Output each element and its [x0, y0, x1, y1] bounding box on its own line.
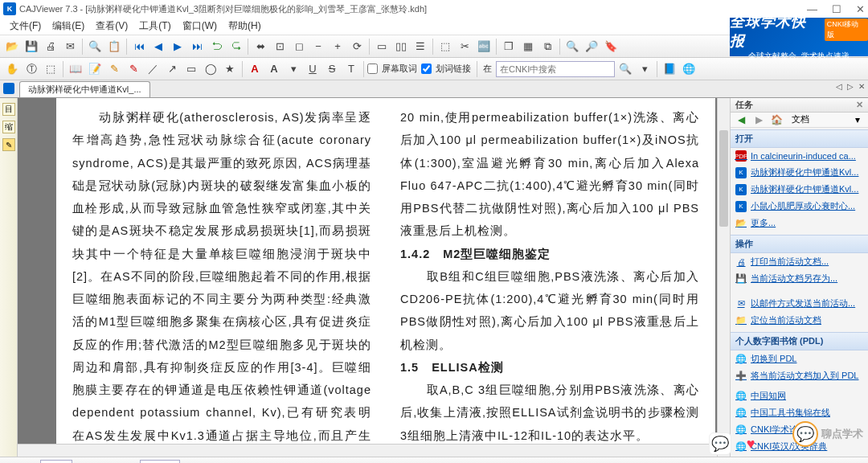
translate-icon[interactable]: 🌐	[680, 60, 698, 78]
highlight-icon[interactable]: ✎	[105, 60, 123, 78]
fit-page-icon[interactable]: ⊡	[271, 38, 289, 55]
op-locate[interactable]: 📁定位当前活动文档	[731, 312, 868, 329]
nav-prev-button[interactable]: ◀	[23, 460, 37, 464]
hand-tool-icon[interactable]: ✋	[3, 60, 21, 78]
line-tool-icon[interactable]: ／	[144, 60, 162, 78]
fit-width-icon[interactable]: ⬌	[252, 38, 269, 55]
tab-prev-icon[interactable]: ◁	[836, 82, 842, 91]
note-icon[interactable]: 📝	[86, 60, 104, 78]
recent-file-3[interactable]: K小鼠心肌肥厚或心衰时心...	[731, 198, 868, 215]
rect-tool-icon[interactable]: ▭	[182, 60, 200, 78]
menu-window[interactable]: 窗口(W)	[178, 18, 222, 35]
recent-file-2[interactable]: K动脉粥样硬化中钾通道Kvl...	[731, 181, 868, 198]
layout3-icon[interactable]: ☰	[411, 38, 429, 55]
open-icon[interactable]: 📂	[3, 38, 21, 55]
recent-file-1[interactable]: K动脉粥样硬化中钾通道Kvl...	[731, 164, 868, 181]
color-icon[interactable]: ▾	[285, 60, 302, 78]
tab-next-icon[interactable]: ▷	[847, 82, 854, 91]
nav-next-icon[interactable]: ▶	[169, 38, 186, 55]
search-input[interactable]	[496, 61, 615, 77]
layout1-icon[interactable]: ▭	[373, 38, 391, 55]
zoom-out-icon[interactable]: −	[309, 38, 327, 55]
word-link-checkbox[interactable]	[421, 64, 432, 74]
actual-size-icon[interactable]: ◻	[290, 38, 308, 55]
zoomtool-in-icon[interactable]: 🔍	[563, 38, 581, 55]
back-icon[interactable]: ⮌	[207, 38, 225, 55]
menu-help[interactable]: 帮助(H)	[223, 18, 266, 35]
zoom-dropdown-icon[interactable]: ▾	[183, 460, 198, 464]
op-mail[interactable]: ✉以邮件方式发送当前活动...	[731, 295, 868, 312]
underline-icon[interactable]: U	[304, 60, 321, 78]
menu-tools[interactable]: 工具(T)	[134, 18, 175, 35]
print-icon[interactable]: 🖨	[42, 38, 59, 55]
font-icon[interactable]: A	[246, 60, 264, 78]
mail-icon[interactable]: ✉	[61, 38, 79, 55]
search-icon[interactable]: 🔍	[86, 38, 104, 55]
bookmark-icon[interactable]: 🔖	[602, 38, 620, 55]
window-cascade-icon[interactable]: ⧉	[538, 38, 556, 55]
link-tools[interactable]: 🌐中国工具书集锦在线	[731, 404, 868, 421]
stamp-icon[interactable]: ★	[221, 60, 239, 78]
tab-close-icon[interactable]: ✕	[858, 82, 865, 91]
book-icon[interactable]: 📖	[67, 60, 84, 78]
page-number-input[interactable]	[40, 460, 72, 464]
menu-view[interactable]: 查看(V)	[91, 18, 133, 35]
area-select-icon[interactable]: ⬚	[42, 60, 59, 78]
dict-icon[interactable]: 📘	[661, 60, 678, 78]
forward-icon[interactable]: ⮎	[227, 38, 244, 55]
float-like-icon[interactable]: ♥	[739, 432, 762, 455]
menu-file[interactable]: 文件(F)	[5, 18, 46, 35]
save-icon[interactable]: 💾	[23, 38, 40, 55]
screen-pick-checkbox[interactable]	[367, 64, 378, 74]
pdl-switch[interactable]: 🌐切换到 PDL	[731, 350, 868, 367]
ad-banner[interactable]: 全球学术快报CNKI移动版 全球文献整合, 学术热点速递	[730, 18, 868, 56]
layout2-icon[interactable]: ▯▯	[392, 38, 410, 55]
task-back-icon[interactable]: ◀	[734, 113, 748, 127]
text-tool-icon[interactable]: T	[342, 60, 360, 78]
op-print[interactable]: 🖨打印当前活动文档...	[731, 253, 868, 270]
float-chat-icon[interactable]: 💬	[709, 432, 731, 455]
search-go-icon[interactable]: 🔍	[616, 60, 634, 78]
nav-last-icon[interactable]: ⏭	[188, 38, 206, 55]
arrow-tool-icon[interactable]: ↗	[163, 60, 181, 78]
zoom-input[interactable]	[140, 460, 180, 464]
recent-file-0[interactable]: PDFIn calcineurin-induced ca...	[731, 148, 868, 164]
nav-last-button[interactable]: ⏭	[93, 460, 108, 464]
task-close-icon[interactable]: ✕	[856, 100, 863, 110]
window-new-icon[interactable]: ❐	[500, 38, 518, 55]
copy-icon[interactable]: 📋	[105, 38, 123, 55]
recent-more[interactable]: 📂更多...	[731, 215, 868, 232]
nav-first-icon[interactable]: ⏮	[130, 38, 148, 55]
pdl-add[interactable]: ➕将当前活动文档加入到 PDL	[731, 367, 868, 384]
zoom-out-button[interactable]: −	[122, 460, 137, 464]
task-fwd-icon[interactable]: ▶	[751, 113, 766, 127]
window-tile-icon[interactable]: ▦	[519, 38, 537, 55]
text-select-icon[interactable]: Ⓣ	[23, 60, 40, 78]
task-dropdown-icon[interactable]: ▾	[850, 113, 865, 127]
sidebar-outline-icon[interactable]: 目	[2, 103, 15, 116]
circle-tool-icon[interactable]: ◯	[202, 60, 219, 78]
task-home-icon[interactable]: 🏠	[769, 113, 784, 127]
link-cnki[interactable]: 🌐中国知网	[731, 387, 868, 404]
nav-next-button[interactable]: ▶	[76, 460, 90, 464]
ocr-icon[interactable]: 🔤	[475, 38, 493, 55]
vertical-scrollbar[interactable]	[717, 98, 730, 457]
select-tool-icon[interactable]: ⬚	[436, 38, 454, 55]
document-viewport[interactable]: 动脉粥样硬化(atherosclerosis, AS)发病率呈逐年增高趋势,急性…	[18, 98, 730, 457]
zoom-in-icon[interactable]: +	[329, 38, 346, 55]
sidebar-thumb-icon[interactable]: 缩	[2, 121, 15, 133]
rotate-icon[interactable]: ⟳	[348, 38, 366, 55]
horizontal-scrollbar[interactable]	[18, 444, 717, 457]
pen-icon[interactable]: ✎	[125, 60, 142, 78]
font2-icon[interactable]: A	[265, 60, 283, 78]
zoomtool-out-icon[interactable]: 🔎	[583, 38, 600, 55]
strike-icon[interactable]: S	[323, 60, 341, 78]
op-saveas[interactable]: 💾当前活动文档另存为...	[731, 270, 868, 287]
search-dropdown-icon[interactable]: ▾	[636, 60, 653, 78]
nav-first-button[interactable]: ⏮	[5, 460, 19, 464]
sidebar-note-icon[interactable]: ✎	[2, 138, 15, 151]
menu-edit[interactable]: 编辑(E)	[47, 18, 89, 35]
snapshot-icon[interactable]: ✂	[456, 38, 473, 55]
document-tab[interactable]: 动脉粥样硬化中钾通道Kvl_...	[19, 81, 150, 97]
nav-prev-icon[interactable]: ◀	[149, 38, 167, 55]
